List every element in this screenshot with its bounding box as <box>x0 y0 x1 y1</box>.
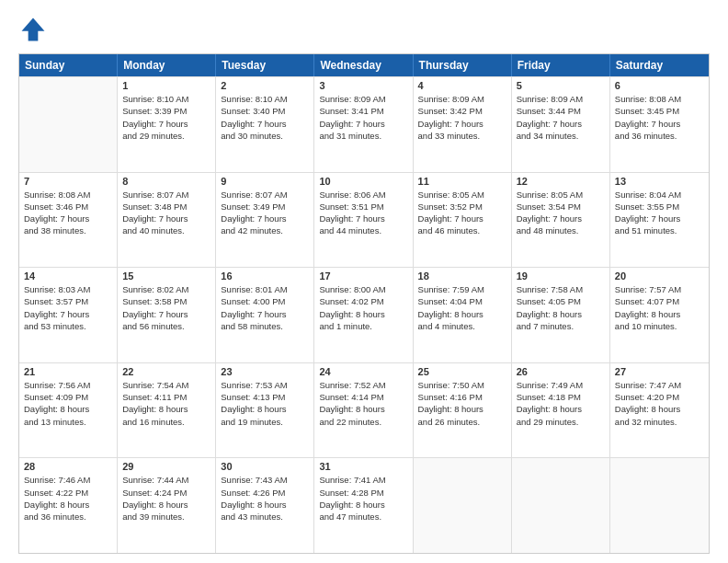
header-day-tuesday: Tuesday <box>216 54 314 76</box>
calendar-row-1: 7Sunrise: 8:08 AM Sunset: 3:46 PM Daylig… <box>19 172 709 268</box>
cell-detail: Sunrise: 7:49 AM Sunset: 4:18 PM Dayligh… <box>517 379 605 428</box>
cell-detail: Sunrise: 7:53 AM Sunset: 4:13 PM Dayligh… <box>221 379 309 428</box>
cell-detail: Sunrise: 8:08 AM Sunset: 3:45 PM Dayligh… <box>615 93 704 142</box>
calendar-cell: 5Sunrise: 8:09 AM Sunset: 3:44 PM Daylig… <box>512 77 610 172</box>
cell-detail: Sunrise: 8:01 AM Sunset: 4:00 PM Dayligh… <box>221 283 309 332</box>
calendar-cell: 14Sunrise: 8:03 AM Sunset: 3:57 PM Dayli… <box>19 268 118 362</box>
calendar-cell: 28Sunrise: 7:46 AM Sunset: 4:22 PM Dayli… <box>19 458 118 553</box>
calendar-header-row: SundayMondayTuesdayWednesdayThursdayFrid… <box>19 54 709 76</box>
calendar-cell: 11Sunrise: 8:05 AM Sunset: 3:52 PM Dayli… <box>414 173 512 268</box>
cell-detail: Sunrise: 8:08 AM Sunset: 3:46 PM Dayligh… <box>24 189 112 237</box>
cell-detail: Sunrise: 7:58 AM Sunset: 4:05 PM Dayligh… <box>517 283 605 332</box>
calendar-body: 1Sunrise: 8:10 AM Sunset: 3:39 PM Daylig… <box>19 76 709 553</box>
calendar-cell: 26Sunrise: 7:49 AM Sunset: 4:18 PM Dayli… <box>512 363 610 458</box>
day-number: 26 <box>517 366 605 377</box>
day-number: 28 <box>24 461 112 472</box>
cell-detail: Sunrise: 7:54 AM Sunset: 4:11 PM Dayligh… <box>122 379 210 428</box>
calendar-cell: 22Sunrise: 7:54 AM Sunset: 4:11 PM Dayli… <box>118 363 216 458</box>
header-day-sunday: Sunday <box>19 54 118 76</box>
calendar-cell <box>414 458 512 553</box>
calendar-cell: 20Sunrise: 7:57 AM Sunset: 4:07 PM Dayli… <box>610 268 709 362</box>
day-number: 15 <box>122 270 210 282</box>
cell-detail: Sunrise: 7:47 AM Sunset: 4:20 PM Dayligh… <box>615 379 704 428</box>
calendar-cell: 16Sunrise: 8:01 AM Sunset: 4:00 PM Dayli… <box>216 268 314 362</box>
calendar-cell: 21Sunrise: 7:56 AM Sunset: 4:09 PM Dayli… <box>19 363 118 458</box>
day-number: 5 <box>517 80 605 91</box>
calendar-row-0: 1Sunrise: 8:10 AM Sunset: 3:39 PM Daylig… <box>19 76 709 172</box>
cell-detail: Sunrise: 7:57 AM Sunset: 4:07 PM Dayligh… <box>615 283 704 332</box>
calendar-cell: 25Sunrise: 7:50 AM Sunset: 4:16 PM Dayli… <box>414 363 512 458</box>
calendar-cell: 13Sunrise: 8:04 AM Sunset: 3:55 PM Dayli… <box>610 173 709 268</box>
cell-detail: Sunrise: 8:09 AM Sunset: 3:41 PM Dayligh… <box>319 93 407 142</box>
cell-detail: Sunrise: 7:56 AM Sunset: 4:09 PM Dayligh… <box>24 379 112 428</box>
cell-detail: Sunrise: 7:43 AM Sunset: 4:26 PM Dayligh… <box>221 474 309 523</box>
day-number: 14 <box>24 270 112 282</box>
cell-detail: Sunrise: 8:10 AM Sunset: 3:39 PM Dayligh… <box>122 93 210 142</box>
header-day-thursday: Thursday <box>414 54 512 76</box>
day-number: 30 <box>221 461 309 472</box>
calendar-row-2: 14Sunrise: 8:03 AM Sunset: 3:57 PM Dayli… <box>19 267 709 362</box>
day-number: 24 <box>319 366 407 377</box>
day-number: 25 <box>418 366 506 377</box>
calendar-cell: 10Sunrise: 8:06 AM Sunset: 3:51 PM Dayli… <box>314 173 413 268</box>
day-number: 2 <box>221 80 309 91</box>
calendar-cell <box>610 458 709 553</box>
calendar-cell: 12Sunrise: 8:05 AM Sunset: 3:54 PM Dayli… <box>512 173 610 268</box>
logo <box>18 15 51 44</box>
calendar: SundayMondayTuesdayWednesdayThursdayFrid… <box>18 53 710 554</box>
calendar-cell: 17Sunrise: 8:00 AM Sunset: 4:02 PM Dayli… <box>314 268 413 362</box>
calendar-cell: 6Sunrise: 8:08 AM Sunset: 3:45 PM Daylig… <box>610 77 709 172</box>
day-number: 22 <box>122 366 210 377</box>
cell-detail: Sunrise: 7:52 AM Sunset: 4:14 PM Dayligh… <box>319 379 407 428</box>
cell-detail: Sunrise: 8:04 AM Sunset: 3:55 PM Dayligh… <box>615 189 704 237</box>
calendar-cell: 3Sunrise: 8:09 AM Sunset: 3:41 PM Daylig… <box>314 77 413 172</box>
day-number: 16 <box>221 270 309 282</box>
day-number: 6 <box>615 80 704 91</box>
header-day-saturday: Saturday <box>610 54 709 76</box>
calendar-cell: 1Sunrise: 8:10 AM Sunset: 3:39 PM Daylig… <box>118 77 216 172</box>
calendar-cell: 24Sunrise: 7:52 AM Sunset: 4:14 PM Dayli… <box>314 363 413 458</box>
cell-detail: Sunrise: 7:41 AM Sunset: 4:28 PM Dayligh… <box>319 474 407 523</box>
calendar-cell: 30Sunrise: 7:43 AM Sunset: 4:26 PM Dayli… <box>216 458 314 553</box>
calendar-row-4: 28Sunrise: 7:46 AM Sunset: 4:22 PM Dayli… <box>19 457 709 553</box>
day-number: 7 <box>24 176 112 187</box>
day-number: 27 <box>615 366 704 377</box>
cell-detail: Sunrise: 7:44 AM Sunset: 4:24 PM Dayligh… <box>122 474 210 523</box>
calendar-cell: 29Sunrise: 7:44 AM Sunset: 4:24 PM Dayli… <box>118 458 216 553</box>
day-number: 3 <box>319 80 407 91</box>
page: SundayMondayTuesdayWednesdayThursdayFrid… <box>0 0 728 563</box>
cell-detail: Sunrise: 8:03 AM Sunset: 3:57 PM Dayligh… <box>24 283 112 332</box>
header-day-monday: Monday <box>118 54 216 76</box>
calendar-cell: 31Sunrise: 7:41 AM Sunset: 4:28 PM Dayli… <box>314 458 413 553</box>
day-number: 10 <box>319 176 407 187</box>
calendar-cell: 27Sunrise: 7:47 AM Sunset: 4:20 PM Dayli… <box>610 363 709 458</box>
day-number: 13 <box>615 176 704 187</box>
calendar-cell <box>19 77 118 172</box>
day-number: 9 <box>221 176 309 187</box>
day-number: 21 <box>24 366 112 377</box>
cell-detail: Sunrise: 8:06 AM Sunset: 3:51 PM Dayligh… <box>319 189 407 237</box>
calendar-cell: 15Sunrise: 8:02 AM Sunset: 3:58 PM Dayli… <box>118 268 216 362</box>
day-number: 20 <box>615 270 704 282</box>
svg-marker-0 <box>22 18 45 41</box>
calendar-cell: 9Sunrise: 8:07 AM Sunset: 3:49 PM Daylig… <box>216 173 314 268</box>
day-number: 8 <box>122 176 210 187</box>
cell-detail: Sunrise: 8:07 AM Sunset: 3:49 PM Dayligh… <box>221 189 309 237</box>
header-day-wednesday: Wednesday <box>314 54 413 76</box>
cell-detail: Sunrise: 7:59 AM Sunset: 4:04 PM Dayligh… <box>418 283 506 332</box>
day-number: 18 <box>418 270 506 282</box>
day-number: 23 <box>221 366 309 377</box>
calendar-cell: 2Sunrise: 8:10 AM Sunset: 3:40 PM Daylig… <box>216 77 314 172</box>
day-number: 29 <box>122 461 210 472</box>
cell-detail: Sunrise: 7:50 AM Sunset: 4:16 PM Dayligh… <box>418 379 506 428</box>
cell-detail: Sunrise: 8:05 AM Sunset: 3:52 PM Dayligh… <box>418 189 506 237</box>
cell-detail: Sunrise: 8:07 AM Sunset: 3:48 PM Dayligh… <box>122 189 210 237</box>
cell-detail: Sunrise: 8:05 AM Sunset: 3:54 PM Dayligh… <box>517 189 605 237</box>
calendar-cell: 8Sunrise: 8:07 AM Sunset: 3:48 PM Daylig… <box>118 173 216 268</box>
cell-detail: Sunrise: 8:02 AM Sunset: 3:58 PM Dayligh… <box>122 283 210 332</box>
calendar-cell: 23Sunrise: 7:53 AM Sunset: 4:13 PM Dayli… <box>216 363 314 458</box>
calendar-cell: 4Sunrise: 8:09 AM Sunset: 3:42 PM Daylig… <box>414 77 512 172</box>
cell-detail: Sunrise: 7:46 AM Sunset: 4:22 PM Dayligh… <box>24 474 112 523</box>
cell-detail: Sunrise: 8:10 AM Sunset: 3:40 PM Dayligh… <box>221 93 309 142</box>
calendar-cell: 19Sunrise: 7:58 AM Sunset: 4:05 PM Dayli… <box>512 268 610 362</box>
